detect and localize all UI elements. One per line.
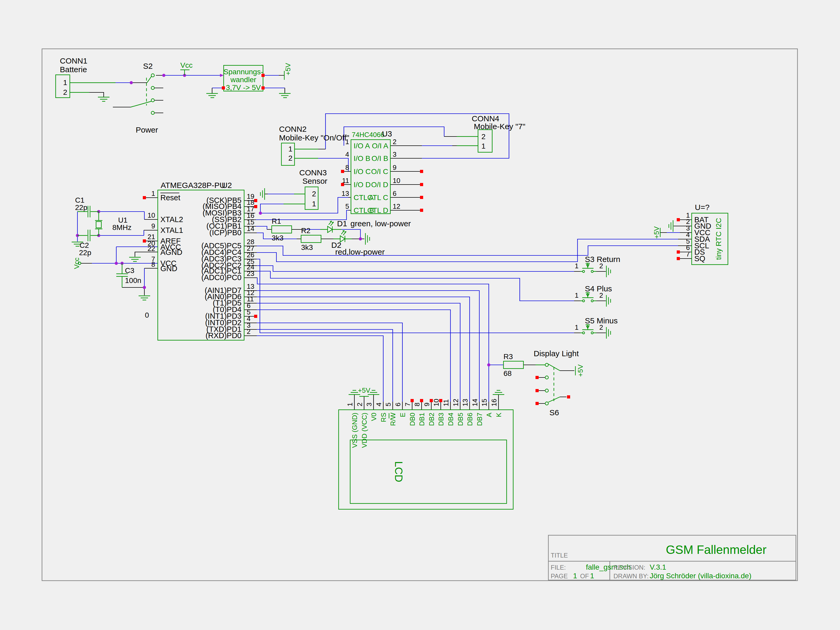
oscillator-circuit[interactable]: C1 22p C2 22p U1 8MHz xyxy=(75,196,131,257)
voltage-converter: Spannungs- wandler 3,7V -> 5V +5V xyxy=(222,63,292,92)
s2-contact-3 xyxy=(151,99,154,102)
s3-refdes: S3 xyxy=(585,255,595,264)
converter-plus5v-label: +5V xyxy=(284,63,292,75)
converter-gnd-pin-marker xyxy=(222,86,225,90)
page-value: 1 xyxy=(573,572,577,580)
conn2-pin2: 2 xyxy=(288,154,292,162)
lcd-pin-label: DB6 xyxy=(466,413,474,426)
u3-pin-label: I/O A xyxy=(354,142,370,150)
rtc-module: U=? tiny RTC I2C +5V 1 2 3 4 5 6 7 BAT G… xyxy=(652,203,728,265)
u3-device: 74HC4066 xyxy=(352,131,384,139)
u2-pin-num: 10 xyxy=(147,211,155,219)
r2-resistor[interactable] xyxy=(301,235,321,243)
u3-pin-label: CTL D xyxy=(367,206,388,215)
u3-pin6-marker xyxy=(420,196,423,199)
lcd-db0-marker xyxy=(411,399,414,402)
u3-pin-num: 9 xyxy=(393,164,396,171)
lcd-pin-label: DB1 xyxy=(418,413,426,426)
r1-value: 3k3 xyxy=(272,234,284,242)
conn4-refdes: CONN4 xyxy=(472,114,499,123)
button-s3[interactable]: S3 Return 1 2 xyxy=(575,255,621,273)
lcd-pin-label: VSS (GND) xyxy=(351,413,358,448)
u3-pin-num: 6 xyxy=(393,189,396,197)
backlight-circuit: Display Light R3 68 S6 +5V xyxy=(504,349,584,417)
u3-refdes: U3 xyxy=(382,129,392,138)
s6-marker xyxy=(535,376,538,379)
lcd-plus5v-label: +5V xyxy=(358,387,371,394)
conn1-name: Batterie xyxy=(60,65,87,74)
c2-value: 22p xyxy=(79,249,92,257)
conn4-pin2: 2 xyxy=(482,133,486,141)
lcd-pin-num: 16 xyxy=(490,399,498,406)
u1-refdes: U1 xyxy=(118,216,128,224)
u3-pin-num: 8 xyxy=(346,164,349,171)
d2-note: red,low-power xyxy=(335,248,385,256)
lcd-pin-num: 3 xyxy=(365,403,373,406)
c2-capacitor xyxy=(77,230,99,241)
lcd-pin-label: DB2 xyxy=(428,413,436,426)
s6-refdes: S6 xyxy=(549,408,559,417)
rtc-bat-marker xyxy=(677,218,680,221)
s5-pin1: 1 xyxy=(575,324,579,331)
lcd-pin-label: DB3 xyxy=(437,413,445,426)
c3-decoupling-cap[interactable]: C3 100n xyxy=(116,263,141,287)
c3-value: 100n xyxy=(125,276,141,284)
conn2-box[interactable] xyxy=(281,143,295,165)
rtc-pin-num: 7 xyxy=(686,250,690,258)
conn3-refdes: CONN3 xyxy=(299,168,327,177)
r2-refdes: R2 xyxy=(301,227,311,235)
u3-pin-label: CTL C xyxy=(367,193,388,202)
file-label: FILE: xyxy=(551,564,566,571)
button-s5[interactable]: S5 Minus 1 2 xyxy=(575,316,618,334)
revision-label: REVISION: xyxy=(613,564,645,571)
junction-dots xyxy=(76,74,490,366)
u2-pd3-marker xyxy=(254,315,257,318)
u3-box[interactable] xyxy=(351,140,390,214)
lcd-pin-label: V0 xyxy=(370,413,378,421)
conn1-pin2: 2 xyxy=(63,88,67,96)
drawn-by-value: Jörg Schröder (villa-dioxina.de) xyxy=(650,572,752,580)
net-arrow xyxy=(220,74,224,77)
u3-pin9-marker xyxy=(420,170,423,173)
s2-contact-1 xyxy=(151,74,154,77)
s6-switch[interactable]: S6 xyxy=(535,363,570,417)
u2-reset-marker xyxy=(143,196,146,199)
rtc-pin-label: SQ xyxy=(694,254,705,263)
vcc-terminal-left: Vcc xyxy=(73,257,81,269)
s2-name: Power xyxy=(136,125,158,134)
conn1-battery-connector: CONN1 Batterie 1 2 xyxy=(56,57,115,98)
u2-pin-num: 22 xyxy=(147,245,155,253)
u3-pin-label: O/I C xyxy=(371,167,388,175)
s2-power-switch[interactable]: S2 Power xyxy=(131,62,158,134)
u2-pb5-marker xyxy=(254,199,257,202)
u2-aref-marker xyxy=(143,239,146,243)
r1-resistor[interactable] xyxy=(272,226,292,233)
u3-pin-num: 4 xyxy=(346,150,349,158)
lcd-pin-label: DB5 xyxy=(456,413,464,426)
s6-marker xyxy=(535,389,538,392)
c1-value: 22p xyxy=(75,204,87,212)
r3-resistor[interactable] xyxy=(504,361,523,369)
led-indicators: R1 3k3 D1 green, low-power R2 3k3 D2 red… xyxy=(272,217,411,256)
conn1-pin1: 1 xyxy=(63,79,67,87)
lcd-pin-num: 15 xyxy=(480,399,488,406)
u2-pin-num: 8 xyxy=(152,261,155,268)
conn3-box[interactable] xyxy=(305,187,318,210)
u3-pin8-marker xyxy=(341,170,344,173)
page-label: PAGE xyxy=(551,573,568,579)
s6-marker xyxy=(567,395,570,398)
u2-pin-label: AGND xyxy=(160,248,182,256)
lcd-name: LCD xyxy=(393,461,404,482)
u1-crystal xyxy=(96,221,101,228)
page-title: GSM Fallenmelder xyxy=(666,543,766,556)
vcc-top-label: Vcc xyxy=(180,61,193,69)
conn1-box[interactable] xyxy=(56,75,70,98)
schematic-sheet: CONN1 Batterie 1 2 S2 Power Vcc Spannung… xyxy=(0,0,840,630)
pages-total: 1 xyxy=(590,572,594,580)
lcd-pin-num: 6 xyxy=(394,403,402,406)
display-light-label: Display Light xyxy=(534,349,579,358)
u2-atmega328p: ATMEGA328P-PU U2 0 1 10 9 21 20 22 7 8 R… xyxy=(143,181,257,340)
u3-pin-num: 3 xyxy=(393,150,396,158)
d1-refdes: D1 xyxy=(337,219,347,228)
rtc-name: tiny RTC I2C xyxy=(715,218,723,260)
